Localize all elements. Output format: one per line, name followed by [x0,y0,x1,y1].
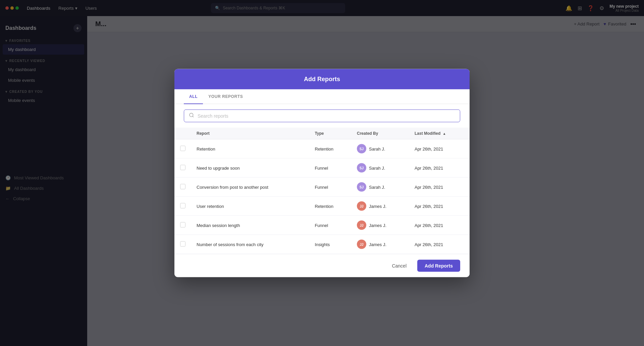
sort-icon: ▲ [443,132,446,135]
avatar: SJ [357,182,366,192]
row-last-modified: Apr 26th, 2021 [409,235,470,254]
row-report-name: Conversion from post to another post [191,177,309,196]
row-checkbox-cell [174,196,191,216]
row-created-by: SJ Sarah J. [352,177,409,196]
row-checkbox-cell [174,177,191,196]
col-type: Type [309,128,352,139]
row-report-name: Retention [191,139,309,158]
avatar: SJ [357,144,366,154]
row-last-modified: Apr 26th, 2021 [409,177,470,196]
row-created-by: JJ James J. [352,196,409,216]
row-last-modified: Apr 26th, 2021 [409,158,470,177]
row-checkbox-2[interactable] [180,165,185,170]
row-created-by: JJ James J. [352,235,409,254]
table-row: Need to upgrade soon Funnel SJ Sarah J. … [174,158,470,177]
col-checkbox [174,128,191,139]
row-type: Retention [309,139,352,158]
col-report: Report [191,128,309,139]
avatar: SJ [357,163,366,173]
cancel-button[interactable]: Cancel [385,260,413,272]
row-checkbox-3[interactable] [180,184,185,189]
row-created-by: SJ Sarah J. [352,139,409,158]
svg-point-0 [190,113,193,117]
row-type: Funnel [309,216,352,235]
tab-all[interactable]: ALL [184,90,203,104]
svg-line-1 [193,116,194,117]
dialog-title: Add Reports [184,76,460,83]
row-checkbox-cell [174,235,191,254]
row-last-modified: Apr 26th, 2021 [409,196,470,216]
row-type: Insights [309,235,352,254]
search-input-wrapper [184,110,460,122]
avatar: JJ [357,221,366,230]
dialog-tabs: ALL YOUR REPORTS [174,90,470,104]
table-row: Conversion from post to another post Fun… [174,177,470,196]
table-header-row: Report Type Created By Last Modified ▲ [174,128,470,139]
tab-your-reports[interactable]: YOUR REPORTS [203,90,248,104]
dialog-header: Add Reports [174,69,470,90]
table-row: Retention Retention SJ Sarah J. Apr 26th… [174,139,470,158]
row-checkbox-cell [174,139,191,158]
add-reports-dialog: Add Reports ALL YOUR REPORTS Report Type [174,69,470,277]
col-created-by: Created By [352,128,409,139]
row-type: Retention [309,196,352,216]
reports-table-container: Report Type Created By Last Modified ▲ R… [174,128,470,254]
row-report-name: User retention [191,196,309,216]
row-last-modified: Apr 26th, 2021 [409,139,470,158]
reports-table: Report Type Created By Last Modified ▲ R… [174,128,470,254]
row-type: Funnel [309,158,352,177]
avatar: JJ [357,201,366,211]
add-reports-button[interactable]: Add Reports [417,260,460,272]
row-last-modified: Apr 26th, 2021 [409,216,470,235]
row-checkbox-cell [174,158,191,177]
dialog-footer: Cancel Add Reports [174,254,470,277]
row-checkbox-5[interactable] [180,222,185,227]
row-report-name: Median session length [191,216,309,235]
row-created-by: SJ Sarah J. [352,158,409,177]
table-row: Median session length Funnel JJ James J.… [174,216,470,235]
row-checkbox-4[interactable] [180,203,185,208]
col-last-modified[interactable]: Last Modified ▲ [409,128,470,139]
table-row: Number of sessions from each city Insigh… [174,235,470,254]
row-checkbox-1[interactable] [180,146,185,151]
row-report-name: Need to upgrade soon [191,158,309,177]
search-reports-input[interactable] [198,113,455,119]
search-icon [189,113,194,119]
row-report-name: Number of sessions from each city [191,235,309,254]
dialog-search-area [174,104,470,128]
row-checkbox-cell [174,216,191,235]
table-row: User retention Retention JJ James J. Apr… [174,196,470,216]
avatar: JJ [357,240,366,249]
row-type: Funnel [309,177,352,196]
row-created-by: JJ James J. [352,216,409,235]
row-checkbox-6[interactable] [180,241,185,246]
